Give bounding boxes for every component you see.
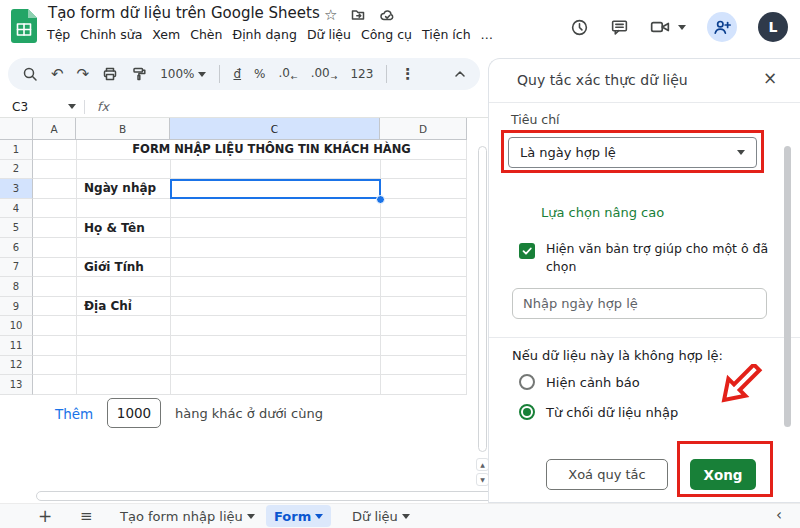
advanced-options-link[interactable]: Lựa chọn nâng cao [541,205,664,220]
help-text-checkbox[interactable] [519,243,535,259]
help-text-checkbox-label[interactable]: Hiện văn bản trợ giúp cho một ô đã chọn [546,240,774,275]
name-box-caret-icon[interactable] [68,104,76,113]
help-text-input[interactable] [512,288,767,319]
all-sheets-icon[interactable]: ≡ [80,507,93,525]
number-format-button[interactable]: 123 [350,67,373,81]
sheets-logo-icon[interactable] [11,9,37,43]
search-icon[interactable] [22,66,38,82]
menu-tools[interactable]: Công cụ [361,27,412,42]
name-box[interactable]: C3 [12,100,64,114]
decrease-decimal-button[interactable]: .0 [279,66,298,82]
document-title[interactable]: Tạo form dữ liệu trên Google Sheets [48,4,320,22]
row-header[interactable]: 9 [0,297,33,317]
invalid-data-label: Nếu dữ liệu này là không hợp lệ: [512,348,723,363]
row-header[interactable]: 10 [0,316,33,336]
format-percent-button[interactable]: % [254,67,265,81]
row-header[interactable]: 4 [0,199,33,219]
undo-icon[interactable] [51,67,64,82]
row-header[interactable]: 12 [0,356,33,376]
merged-title-cell[interactable]: FORM NHẬP LIỆU THÔNG TIN KHÁCH HÀNG [77,140,466,159]
paint-format-icon[interactable] [131,66,147,82]
row-header[interactable]: 3 [0,179,33,199]
row-header[interactable]: 6 [0,238,33,258]
row-header[interactable]: 2 [0,160,33,180]
increase-decimal-button[interactable]: .00 [311,66,338,82]
row-header[interactable]: 13 [0,375,33,395]
show-warning-label[interactable]: Hiện cảnh báo [546,375,640,390]
menu-file[interactable]: Tệp [47,27,70,42]
redo-icon[interactable] [77,67,90,82]
print-icon[interactable] [102,66,118,82]
sheet-tab-2-active[interactable]: Form [266,505,331,527]
account-avatar[interactable]: L [758,12,788,42]
format-currency-button[interactable]: đ [233,67,241,81]
meet-dropdown-caret-icon[interactable] [678,25,686,34]
add-rows-button[interactable]: Thêm [55,406,93,422]
move-folder-icon[interactable] [350,7,366,23]
comments-icon[interactable] [610,18,629,37]
menu-data[interactable]: Dữ liệu [307,27,351,42]
fill-handle[interactable] [376,195,385,204]
row-header[interactable]: 1 [0,140,33,160]
done-button[interactable]: Xong [690,459,756,490]
reject-input-radio[interactable] [519,404,535,420]
panel-divider [489,337,800,338]
add-rows-count-input[interactable] [107,398,161,428]
row-header[interactable]: 7 [0,258,33,278]
panel-scrollbar[interactable] [784,146,791,427]
criteria-dropdown[interactable]: Là ngày hợp lệ [508,137,757,168]
vertical-scrollbar[interactable] [478,146,487,452]
close-panel-icon[interactable]: × [763,70,777,87]
sheet-tab-caret-icon[interactable] [315,514,323,523]
menu-extensions[interactable]: Tiện ích [422,27,471,42]
menu-format[interactable]: Định dạng [232,27,296,42]
column-header-c[interactable]: C [170,118,380,140]
row-header[interactable]: 8 [0,277,33,297]
row-header[interactable]: 11 [0,336,33,356]
menu-overflow[interactable]: … [481,27,494,42]
select-all-corner[interactable] [0,118,33,140]
cell-b7-label[interactable]: Giới Tính [84,258,144,277]
add-sheet-icon[interactable]: + [38,506,52,526]
sheet-tab-1[interactable]: Tạo form nhập liệu [112,505,263,527]
collapse-panel-chevron-icon[interactable]: ‹ [776,506,782,524]
zoom-select[interactable]: 100% [160,67,206,81]
add-rows-suffix-text: hàng khác ở dưới cùng [175,406,323,421]
cell-b3-label[interactable]: Ngày nhập [84,179,156,198]
toolbar: 100% đ % .0 .00 123 [8,58,480,90]
show-warning-radio[interactable] [519,374,535,390]
column-gridline [76,140,77,395]
meet-video-icon[interactable] [650,18,670,36]
star-icon[interactable]: ☆ [324,7,337,23]
cell-b9-label[interactable]: Địa Chỉ [84,297,132,316]
top-bar: Tạo form dữ liệu trên Google Sheets ☆ Tệ… [0,0,800,56]
row-header[interactable]: 5 [0,218,33,238]
remove-rule-button[interactable]: Xoá quy tắc [546,459,668,490]
menu-edit[interactable]: Chỉnh sửa [80,27,142,42]
toolbar-separator [219,65,220,83]
selected-cell-c3[interactable] [170,179,381,199]
menu-insert[interactable]: Chèn [190,27,222,42]
column-header-b[interactable]: B [76,118,170,140]
reject-input-label[interactable]: Từ chối dữ liệu nhập [546,405,678,420]
sheet-tab-caret-icon[interactable] [247,514,255,523]
row-header-gutter: 1 2 3 4 5 6 7 8 9 10 11 12 13 [0,140,33,395]
cell-b5-label[interactable]: Họ & Tên [84,218,145,237]
criteria-label: Tiêu chí [511,112,560,127]
formula-bar-separator [84,100,85,114]
formula-bar: C3 fx [0,96,488,118]
spreadsheet-grid[interactable]: A B C D 1 2 3 4 5 6 7 8 9 10 11 12 13 FO… [0,118,488,492]
more-options-icon[interactable] [400,67,415,82]
share-button[interactable] [707,12,737,42]
sheet-tab-caret-icon[interactable] [402,514,410,523]
version-history-icon[interactable] [570,18,589,37]
sheet-tab-3[interactable]: Dữ liệu [344,505,418,527]
menu-view[interactable]: Xem [152,27,180,42]
column-header-a[interactable]: A [33,118,76,140]
column-header-d[interactable]: D [380,118,467,140]
sheet-tab-label: Form [274,509,311,524]
panel-divider [489,102,800,103]
menu-bar: Tệp Chỉnh sửa Xem Chèn Định dạng Dữ liệu… [47,27,493,42]
cloud-saved-icon[interactable] [379,7,396,23]
collapse-toolbar-icon[interactable] [454,70,466,78]
